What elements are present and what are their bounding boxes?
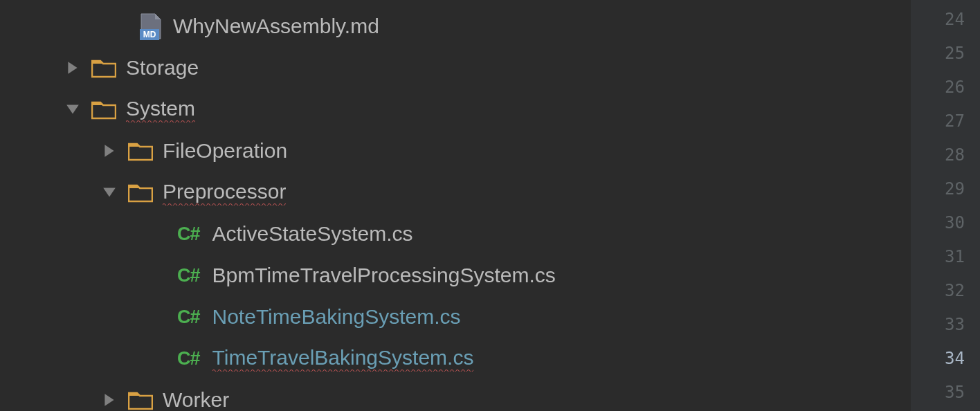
line-number: 27 [911,104,965,138]
csharp-file-icon: C# [177,265,200,286]
line-number: 35 [911,376,965,410]
tree-folder-system[interactable]: System [0,89,911,130]
tree-file-activestatesystem[interactable]: C# ActiveStateSystem.cs [0,213,911,255]
csharp-file-icon: C# [177,348,200,369]
project-tree[interactable]: MD WhyNewAssembly.md Storage System [0,0,911,411]
tree-file-whynewassembly[interactable]: MD WhyNewAssembly.md [0,6,911,47]
tree-label: ActiveStateSystem.cs [212,222,413,246]
line-number: 28 [911,138,965,172]
chevron-right-icon[interactable] [99,143,120,158]
svg-text:MD: MD [143,30,156,39]
tree-folder-preprocessor[interactable]: Preprocessor [0,172,911,213]
editor-gutter: 242526272829303132333435 [911,0,980,411]
chevron-right-icon[interactable] [99,392,120,408]
line-number: 29 [911,172,965,206]
line-number: 26 [911,71,965,104]
tree-label: BpmTimeTravelProcessingSystem.cs [212,264,556,287]
tree-file-bpmtimetravel[interactable]: C# BpmTimeTravelProcessingSystem.cs [0,255,911,296]
tree-folder-worker[interactable]: Worker [0,379,911,411]
line-number: 25 [911,37,965,71]
folder-icon [91,99,116,120]
chevron-right-icon[interactable] [62,60,83,75]
chevron-down-icon[interactable] [99,185,120,200]
tree-label: WhyNewAssembly.md [173,15,379,38]
folder-icon [128,182,153,203]
folder-icon [128,140,153,161]
line-number: 30 [911,206,965,240]
tree-folder-storage[interactable]: Storage [0,47,911,89]
tree-label: Worker [163,388,229,411]
csharp-file-icon: C# [177,307,200,328]
tree-label: Storage [126,56,199,80]
tree-label: FileOperation [163,139,287,163]
line-number: 24 [911,3,965,37]
tree-label: Preprocessor [163,180,286,206]
chevron-down-icon[interactable] [62,102,83,117]
folder-icon [128,390,153,410]
csharp-file-icon: C# [177,223,200,245]
tree-label: System [126,97,195,122]
line-number: 34 [911,342,965,376]
tree-label: NoteTimeBakingSystem.cs [212,305,461,329]
tree-file-notetimebaking[interactable]: C# NoteTimeBakingSystem.cs [0,296,911,338]
tree-file-timetravelbaking[interactable]: C# TimeTravelBakingSystem.cs [0,338,911,379]
line-number: 33 [911,308,965,342]
line-number: 32 [911,274,965,308]
folder-icon [91,57,116,78]
line-number: 31 [911,240,965,274]
tree-label: TimeTravelBakingSystem.cs [212,346,474,372]
tree-folder-fileoperation[interactable]: FileOperation [0,130,911,172]
markdown-file-icon: MD [138,12,163,40]
